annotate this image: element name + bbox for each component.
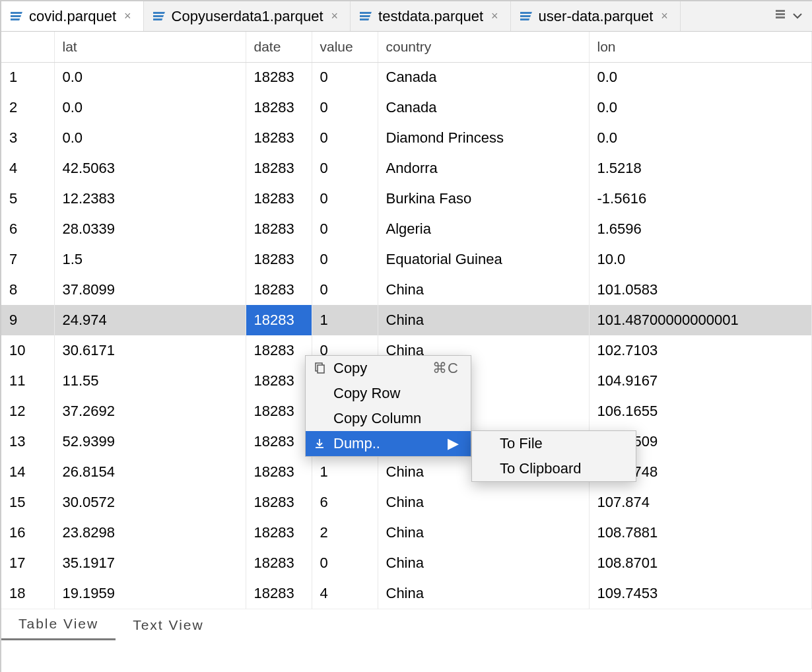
- cell-date[interactable]: 18283: [246, 396, 312, 426]
- cell-idx[interactable]: 16: [1, 518, 54, 548]
- cell-lon[interactable]: 101.0583: [589, 275, 812, 305]
- column-header-country[interactable]: country: [378, 32, 589, 62]
- cell-value[interactable]: 0: [312, 123, 378, 153]
- cell-lat[interactable]: 26.8154: [54, 457, 246, 487]
- cell-value[interactable]: 1: [312, 305, 378, 335]
- cell-date[interactable]: 18283: [246, 305, 312, 335]
- tab-text-view[interactable]: Text View: [116, 611, 221, 640]
- cell-lon[interactable]: 0.0: [589, 123, 812, 153]
- cell-idx[interactable]: 9: [1, 305, 54, 335]
- close-icon[interactable]: ×: [489, 9, 501, 23]
- cell-date[interactable]: 18283: [246, 184, 312, 214]
- table-row[interactable]: 71.5182830Equatorial Guinea10.0: [1, 244, 812, 275]
- context-menu-dump[interactable]: Dump.. ▶: [306, 431, 471, 456]
- tab-table-view[interactable]: Table View: [1, 609, 116, 641]
- file-tab[interactable]: user-data.parquet ×: [511, 1, 681, 31]
- cell-idx[interactable]: 11: [1, 366, 54, 396]
- context-menu-copy-column[interactable]: Copy Column: [306, 406, 471, 431]
- cell-idx[interactable]: 6: [1, 214, 54, 244]
- cell-lat[interactable]: 12.2383: [54, 184, 246, 214]
- cell-idx[interactable]: 3: [1, 123, 54, 153]
- cell-country[interactable]: Diamond Princess: [378, 123, 589, 153]
- cell-country[interactable]: China: [378, 578, 589, 609]
- cell-idx[interactable]: 2: [1, 92, 54, 123]
- cell-idx[interactable]: 17: [1, 548, 54, 578]
- table-row[interactable]: 20.0182830Canada0.0: [1, 92, 812, 123]
- cell-lon[interactable]: 106.1655: [589, 396, 812, 426]
- column-header-date[interactable]: date: [246, 32, 312, 62]
- cell-date[interactable]: 18283: [246, 518, 312, 548]
- table-row[interactable]: 1426.8154182831China106.8748: [1, 457, 812, 487]
- column-header-lat[interactable]: lat: [54, 32, 246, 62]
- cell-value[interactable]: 2: [312, 518, 378, 548]
- cell-date[interactable]: 18283: [246, 214, 312, 244]
- cell-value[interactable]: 4: [312, 578, 378, 609]
- cell-lon[interactable]: 108.8701: [589, 548, 812, 578]
- cell-idx[interactable]: 8: [1, 275, 54, 305]
- cell-date[interactable]: 18283: [246, 457, 312, 487]
- cell-value[interactable]: 0: [312, 92, 378, 123]
- cell-value[interactable]: 0: [312, 244, 378, 275]
- table-row[interactable]: 442.5063182830Andorra1.5218: [1, 153, 812, 184]
- cell-date[interactable]: 18283: [246, 92, 312, 123]
- cell-date[interactable]: 18283: [246, 244, 312, 275]
- cell-country[interactable]: China: [378, 548, 589, 578]
- cell-date[interactable]: 18283: [246, 366, 312, 396]
- cell-value[interactable]: 1: [312, 457, 378, 487]
- table-row[interactable]: 1735.1917182830China108.8701: [1, 548, 812, 578]
- cell-country[interactable]: Algeria: [378, 214, 589, 244]
- file-tab[interactable]: testdata.parquet ×: [351, 1, 511, 31]
- close-icon[interactable]: ×: [121, 9, 134, 23]
- data-grid[interactable]: lat date value country lon 10.0182830Can…: [1, 32, 812, 640]
- cell-value[interactable]: 6: [312, 487, 378, 518]
- column-header-value[interactable]: value: [312, 32, 378, 62]
- cell-lon[interactable]: 109.7453: [589, 578, 812, 609]
- cell-lat[interactable]: 19.1959: [54, 578, 246, 609]
- cell-date[interactable]: 18283: [246, 62, 312, 92]
- cell-value[interactable]: 0: [312, 62, 378, 92]
- submenu-to-file[interactable]: To File: [472, 431, 636, 456]
- cell-idx[interactable]: 14: [1, 457, 54, 487]
- column-header-lon[interactable]: lon: [589, 32, 812, 62]
- context-menu-copy[interactable]: Copy ⌘C: [306, 356, 471, 381]
- chevron-down-icon[interactable]: [792, 8, 803, 25]
- cell-idx[interactable]: 10: [1, 335, 54, 366]
- cell-value[interactable]: 0: [312, 184, 378, 214]
- cell-lat[interactable]: 37.8099: [54, 275, 246, 305]
- cell-value[interactable]: 0: [312, 214, 378, 244]
- cell-idx[interactable]: 15: [1, 487, 54, 518]
- cell-lon[interactable]: 10.0: [589, 244, 812, 275]
- cell-lat[interactable]: 23.8298: [54, 518, 246, 548]
- cell-country[interactable]: Canada: [378, 92, 589, 123]
- cell-country[interactable]: China: [378, 518, 589, 548]
- cell-idx[interactable]: 18: [1, 578, 54, 609]
- table-row[interactable]: 1530.0572182836China107.874: [1, 487, 812, 518]
- context-menu-copy-row[interactable]: Copy Row: [306, 381, 471, 406]
- cell-date[interactable]: 18283: [246, 275, 312, 305]
- cell-lon[interactable]: 0.0: [589, 92, 812, 123]
- cell-idx[interactable]: 7: [1, 244, 54, 275]
- cell-value[interactable]: 0: [312, 275, 378, 305]
- table-row[interactable]: 837.8099182830China101.0583: [1, 275, 812, 305]
- cell-date[interactable]: 18283: [246, 548, 312, 578]
- cell-lat[interactable]: 0.0: [54, 92, 246, 123]
- cell-lat[interactable]: 1.5: [54, 244, 246, 275]
- cell-lat[interactable]: 52.9399: [54, 426, 246, 457]
- close-icon[interactable]: ×: [658, 9, 671, 23]
- table-row[interactable]: 10.0182830Canada0.0: [1, 62, 812, 92]
- cell-country[interactable]: Andorra: [378, 153, 589, 184]
- close-icon[interactable]: ×: [329, 9, 341, 23]
- cell-idx[interactable]: 1: [1, 62, 54, 92]
- table-row[interactable]: 1623.8298182832China108.7881: [1, 518, 812, 548]
- cell-date[interactable]: 18283: [246, 426, 312, 457]
- cell-lon[interactable]: 1.6596: [589, 214, 812, 244]
- cell-idx[interactable]: 12: [1, 396, 54, 426]
- cell-country[interactable]: Equatorial Guinea: [378, 244, 589, 275]
- cell-country[interactable]: Burkina Faso: [378, 184, 589, 214]
- cell-country[interactable]: Canada: [378, 62, 589, 92]
- cell-date[interactable]: 18283: [246, 335, 312, 366]
- table-row[interactable]: 512.2383182830Burkina Faso-1.5616: [1, 184, 812, 214]
- cell-lat[interactable]: 37.2692: [54, 396, 246, 426]
- cell-lat[interactable]: 24.974: [54, 305, 246, 335]
- cell-lat[interactable]: 0.0: [54, 62, 246, 92]
